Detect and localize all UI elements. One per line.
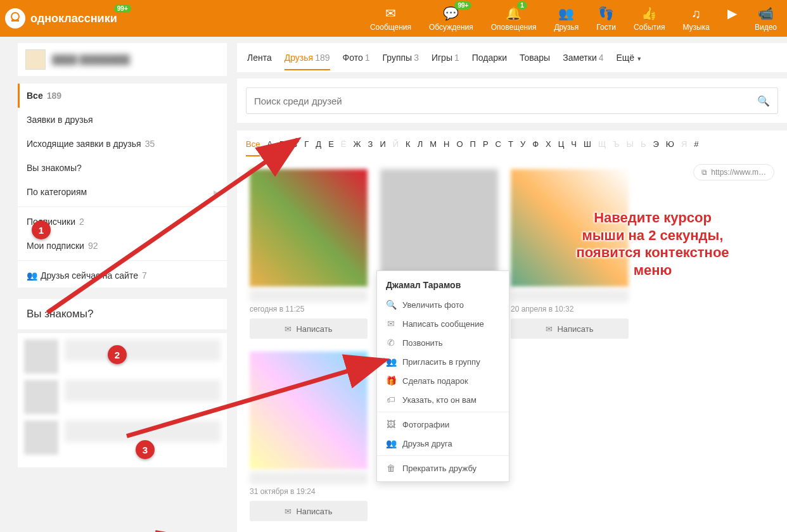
alpha-letter[interactable]: Ч xyxy=(571,139,577,156)
alpha-letter[interactable]: Ю xyxy=(666,139,674,156)
nav-badge: 1 xyxy=(517,1,527,10)
alpha-letter[interactable]: О xyxy=(456,139,463,156)
nav-music[interactable]: ♫Музыка xyxy=(682,5,709,32)
tab-Фото[interactable]: Фото1 xyxy=(343,45,370,70)
nav-camera[interactable]: 📹Видео xyxy=(755,5,777,32)
friend-card[interactable]: 31 октября в 19:24 ✉Написать xyxy=(250,352,368,521)
alpha-letter[interactable]: Т xyxy=(508,139,513,156)
alpha-letter[interactable]: Н xyxy=(444,139,449,156)
alpha-letter[interactable]: П xyxy=(470,139,476,156)
alpha-letter[interactable]: М xyxy=(430,139,437,156)
friend-photo[interactable] xyxy=(250,352,368,469)
sidebar-item[interactable]: Вы знакомы? xyxy=(18,156,227,180)
sidebar-item[interactable]: Мои подписки92 xyxy=(18,234,227,258)
sidebar-friends-online[interactable]: 👥Друзья сейчас на сайте7 xyxy=(18,263,227,288)
bell-icon: 🔔 xyxy=(491,5,537,22)
sidebar-item[interactable]: По категориям xyxy=(18,180,227,204)
ctx-group[interactable]: 👥Пригласить в группу xyxy=(377,352,509,371)
tab-Друзья[interactable]: Друзья189 xyxy=(285,45,330,70)
top-nav: ✉Сообщения💬Обсуждения99+🔔Оповещения1👥Дру… xyxy=(370,5,777,32)
top-header: одноклассники 99+ ✉Сообщения💬Обсуждения9… xyxy=(0,0,787,37)
alpha-letter[interactable]: Э xyxy=(653,139,658,156)
alpha-letter[interactable]: У xyxy=(520,139,525,156)
suggestion-text-blurred xyxy=(65,421,221,442)
profile-tabs: ЛентаДрузья189Фото1Группы3Игры1ПодаркиТо… xyxy=(237,43,787,72)
nav-video-play[interactable]: ▶ xyxy=(727,5,737,32)
ctx-tag[interactable]: 🏷Указать, кто он вам xyxy=(377,390,509,409)
friend-lastseen: 31 октября в 19:24 xyxy=(250,487,368,496)
nav-bell[interactable]: 🔔Оповещения1 xyxy=(491,5,537,32)
write-button[interactable]: ✉Написать xyxy=(250,501,368,521)
nav-envelope[interactable]: ✉Сообщения xyxy=(370,5,411,32)
tab-Лента[interactable]: Лента xyxy=(247,45,272,70)
alpha-letter[interactable]: Все xyxy=(246,139,260,156)
tab-Игры[interactable]: Игры1 xyxy=(432,45,459,70)
envelope-icon: ✉ xyxy=(370,5,411,22)
nav-label: Видео xyxy=(755,23,777,32)
ctx-phone[interactable]: ✆Позвонить xyxy=(377,333,509,352)
alpha-letter[interactable]: И xyxy=(380,139,385,156)
share-url-pill[interactable]: ⧉https://www.m… xyxy=(693,164,774,180)
alpha-letter[interactable]: Ц xyxy=(558,139,565,156)
tab-Заметки[interactable]: Заметки4 xyxy=(563,45,603,70)
alpha-letter[interactable]: Е xyxy=(328,139,334,156)
friends-icon: 👥 xyxy=(386,438,396,448)
ctx-envelope[interactable]: ✉Написать сообщение xyxy=(377,314,509,333)
sidebar-item[interactable]: Подписчики2 xyxy=(18,210,227,234)
alphabet-filter: ВсеАБВГДЕЁЖЗИЙКЛМНОПРСТУФХЦЧШЩЪЫЬЭЮЯ# xyxy=(246,139,778,156)
write-button[interactable]: ✉Написать xyxy=(511,319,629,339)
ctx-gift[interactable]: 🎁Сделать подарок xyxy=(377,371,509,390)
alpha-letter[interactable]: Ж xyxy=(354,139,361,156)
sidebar-item[interactable]: Все189 xyxy=(18,84,227,108)
video-play-icon: ▶ xyxy=(727,5,737,22)
alpha-letter[interactable]: Д xyxy=(316,139,321,156)
nav-label: Сообщения xyxy=(370,23,411,32)
alpha-letter: Ь xyxy=(641,139,646,156)
alpha-letter[interactable]: Х xyxy=(546,139,551,156)
suggestion-avatar[interactable] xyxy=(24,339,58,374)
alpha-letter: Я xyxy=(681,139,687,156)
friend-card[interactable]: сегодня в 11:25 ✉Написать xyxy=(250,169,368,339)
ctx-trash[interactable]: 🗑Прекратить дружбу xyxy=(377,459,509,478)
alpha-letter[interactable]: Ф xyxy=(532,139,539,156)
tab-Товары[interactable]: Товары xyxy=(520,45,550,70)
ctx-friends[interactable]: 👥Друзья друга xyxy=(377,434,509,453)
nav-footsteps[interactable]: 👣Гости xyxy=(596,5,616,32)
search-icon[interactable]: 🔍 xyxy=(757,95,770,107)
alpha-letter[interactable]: Р xyxy=(483,139,489,156)
suggestion-avatar[interactable] xyxy=(24,421,58,455)
alpha-letter[interactable]: В xyxy=(292,139,298,156)
friend-card[interactable]: 20 апреля в 10:32 ✉Написать xyxy=(511,169,629,339)
friend-photo[interactable] xyxy=(511,169,629,287)
alpha-letter[interactable]: С xyxy=(496,139,501,156)
ctx-photos[interactable]: 🖼Фотографии xyxy=(377,415,509,434)
tab-Подарки[interactable]: Подарки xyxy=(472,45,507,70)
alpha-letter[interactable]: Б xyxy=(279,139,285,156)
sidebar-item[interactable]: Исходящие заявки в друзья35 xyxy=(18,132,227,156)
friend-lastseen: 20 апреля в 10:32 xyxy=(511,305,629,314)
ctx-zoom[interactable]: 🔍Увеличить фото xyxy=(377,295,509,314)
suggestions-body xyxy=(18,333,227,467)
alpha-letter[interactable]: К xyxy=(406,139,411,156)
friend-photo[interactable] xyxy=(380,169,498,287)
tab-Группы[interactable]: Группы3 xyxy=(382,45,418,70)
profile-chip[interactable]: ████ ████████ xyxy=(18,43,227,76)
search-input[interactable] xyxy=(254,96,757,106)
alpha-letter[interactable]: Г xyxy=(304,139,309,156)
site-logo[interactable]: одноклассники 99+ xyxy=(5,8,117,28)
friend-photo[interactable] xyxy=(250,169,368,287)
sidebar-item[interactable]: Заявки в друзья xyxy=(18,108,227,132)
tab-Ещё[interactable]: Ещё xyxy=(617,45,643,70)
alpha-letter[interactable]: А xyxy=(267,139,272,156)
alpha-letter[interactable]: Л xyxy=(418,139,423,156)
alpha-letter[interactable]: Ш xyxy=(584,139,591,156)
write-button[interactable]: ✉Написать xyxy=(250,319,368,339)
nav-thumbs[interactable]: 👍События xyxy=(634,5,665,32)
suggestions-title: Вы знакомы? xyxy=(18,299,227,329)
friends-search[interactable]: 🔍 xyxy=(246,87,778,114)
alpha-letter[interactable]: # xyxy=(694,139,698,156)
suggestion-avatar[interactable] xyxy=(24,380,58,414)
nav-people[interactable]: 👥Друзья xyxy=(554,5,579,32)
nav-chat[interactable]: 💬Обсуждения99+ xyxy=(429,5,473,32)
alpha-letter[interactable]: З xyxy=(368,139,373,156)
